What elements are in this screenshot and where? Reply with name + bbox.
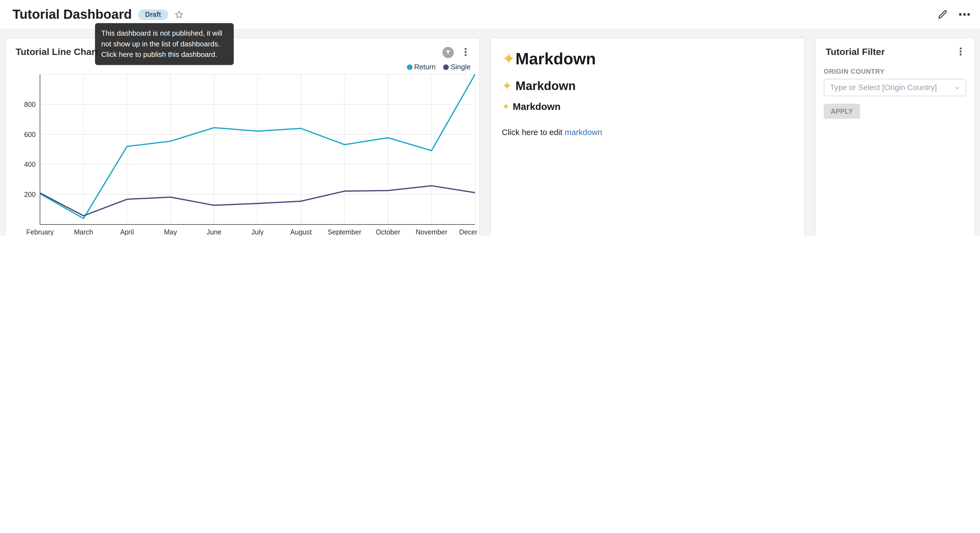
svg-text:800: 800 [24,101,36,108]
svg-text:April: April [120,228,134,236]
filter-card-title: Tutorial Filter [826,46,885,57]
svg-text:July: July [251,228,264,236]
svg-text:November: November [416,228,447,236]
svg-text:September: September [328,228,361,236]
legend-dot-return [407,64,412,70]
svg-text:March: March [74,228,93,236]
star-icon[interactable] [174,10,184,19]
line-chart-title: Tutorial Line Chart [16,46,98,57]
svg-text:200: 200 [24,191,36,198]
apply-button[interactable]: APPLY [824,104,860,119]
svg-text:400: 400 [24,160,36,168]
svg-text:August: August [290,228,312,236]
origin-country-select[interactable]: Type or Select [Origin Country] [824,79,966,96]
markdown-card: ✦Markdown ✦ Markdown ✦ Markdown Click he… [490,38,805,236]
select-placeholder: Type or Select [Origin Country] [830,83,937,92]
chevron-down-icon [955,85,960,90]
page-title: Tutorial Dashboard [13,7,132,22]
svg-text:June: June [207,228,221,236]
legend-dot-single [443,64,449,70]
markdown-paragraph-text: Click here to edit [502,128,565,137]
markdown-h3: ✦ Markdown [502,101,793,113]
kebab-menu-icon[interactable]: ⋮ [461,48,471,57]
edit-pencil-icon[interactable] [937,9,948,20]
filter-card: Tutorial Filter ⋮ ORIGIN COUNTRY Type or… [815,38,975,236]
kebab-menu-icon[interactable]: ⋮ [956,47,966,57]
svg-text:December: December [459,228,477,236]
sparkles-icon: ✦ [502,49,515,68]
markdown-link[interactable]: markdown [565,128,602,137]
line-chart-svg: 200400600800FebruaryMarchAprilMayJuneJul… [7,69,477,236]
svg-text:October: October [376,228,400,236]
markdown-h2: ✦ Markdown [502,79,793,93]
svg-text:600: 600 [24,131,36,138]
line-chart-card: Tutorial Line Chart ⋮ Return Single 2004… [5,38,480,236]
svg-text:May: May [164,228,177,236]
draft-badge[interactable]: Draft [138,9,168,20]
sparkles-icon: ✦ [502,101,510,112]
sparkles-icon: ✦ [502,79,512,93]
markdown-h1: ✦Markdown [502,49,793,69]
svg-text:February: February [26,228,54,236]
header-actions: ⋯ [937,0,971,29]
markdown-paragraph: Click here to edit markdown [502,128,793,137]
dashboard-page: Tutorial Dashboard Draft ⋯ This dashboar… [0,0,980,236]
publish-tooltip-text: This dashboard is not published, it will… [101,29,223,58]
filter-indicator-icon[interactable] [442,47,454,58]
publish-tooltip[interactable]: This dashboard is not published, it will… [95,23,234,65]
origin-country-label: ORIGIN COUNTRY [824,68,966,75]
